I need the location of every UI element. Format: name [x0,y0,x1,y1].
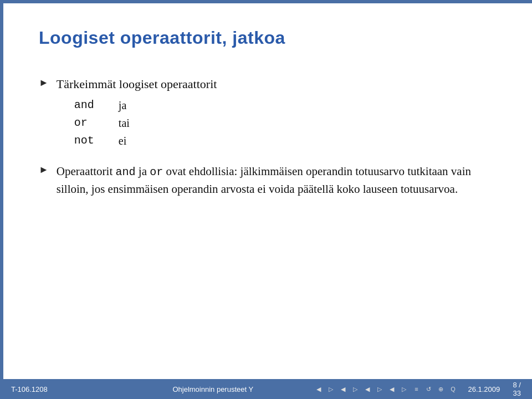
nav-icon-8[interactable]: ▷ [399,385,409,393]
nav-icon-2[interactable]: ▷ [326,385,336,393]
nav-icon-4[interactable]: ▷ [350,385,360,393]
nav-icon-7[interactable]: ◀ [387,385,397,393]
footer-date: 26.1.2009 [468,385,500,393]
keyword-row-not: not ei [74,132,217,150]
keyword-row-or: or tai [74,114,217,132]
bullet-2-conj1-text: ja [139,165,147,178]
bullet-1-label: Tärkeimmät loogiset operaattorit [57,76,217,93]
nav-icon-1[interactable]: ◀ [314,385,324,393]
footer-page-number: 8 / 33 [513,381,521,397]
kw-and-translation: ja [119,96,126,114]
footer-right: ◀ ▷ ◀ ▷ ◀ ▷ ◀ ▷ ≡ ↺ ⊕ Q 26.1.2009 8 / 33 [314,381,521,397]
top-accent-bar [0,0,532,3]
nav-icon-search[interactable]: Q [448,385,458,393]
nav-icon-menu[interactable]: ≡ [411,385,421,393]
slide-content: Loogiset operaattorit, jatkoa ► Tärkeimm… [17,17,515,371]
nav-icon-5[interactable]: ◀ [362,385,372,393]
bullet-item-1: ► Tärkeimmät loogiset operaattorit and j… [39,76,493,150]
kw-not-translation: ei [119,132,126,150]
bullet-2-intro: Operaattorit [57,165,112,178]
keyword-row-and: and ja [74,96,217,114]
slide-title: Loogiset operaattorit, jatkoa [39,28,493,48]
kw-not-code: not [74,132,108,150]
bullet-item-2: ► Operaattorit and ja or ovat ehdollisia… [39,163,493,198]
nav-icon-zoom[interactable]: ⊕ [436,385,446,393]
kw-and-code: and [74,96,108,114]
footer-page [504,385,508,393]
bullet-2-code2: or [150,166,163,178]
bullet-arrow-1: ► [39,77,49,89]
footer-left: T-106.1208 [11,385,112,393]
nav-icons[interactable]: ◀ ▷ ◀ ▷ ◀ ▷ ◀ ▷ ≡ ↺ ⊕ Q [314,385,458,393]
nav-icon-refresh[interactable]: ↺ [423,385,433,393]
kw-or-code: or [74,114,108,132]
bottom-bar: T-106.1208 Ohjelmoinnin perusteet Y ◀ ▷ … [0,379,532,399]
footer-center: Ohjelmoinnin perusteet Y [112,385,314,393]
bullet-arrow-2: ► [39,164,49,176]
bullet-section-2: ► Operaattorit and ja or ovat ehdollisia… [39,163,493,198]
bullet-section-1: ► Tärkeimmät loogiset operaattorit and j… [39,76,493,150]
nav-icon-6[interactable]: ▷ [375,385,385,393]
left-accent-bar [0,0,3,399]
bullet-2-code1: and [116,166,136,178]
kw-or-translation: tai [119,114,130,132]
nav-icon-3[interactable]: ◀ [338,385,348,393]
keyword-table: and ja or tai not ei [74,96,217,150]
bullet-2-text: Operaattorit and ja or ovat ehdollisia: … [57,163,493,198]
